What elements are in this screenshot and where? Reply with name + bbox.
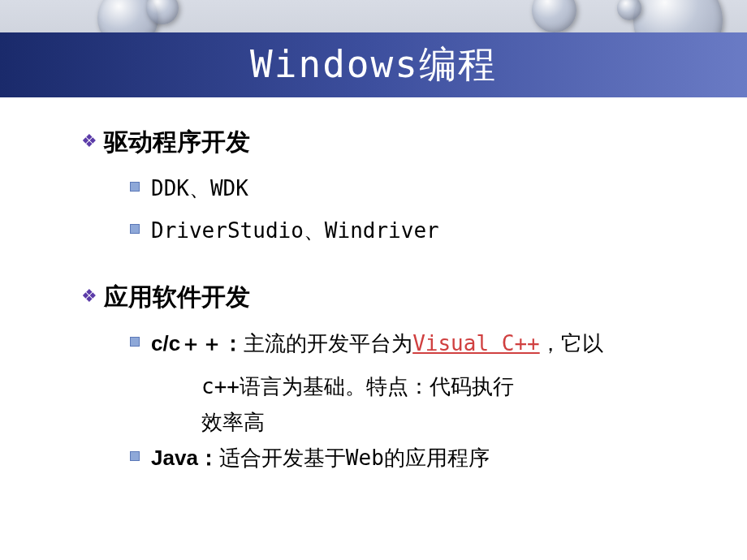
square-bullet-icon bbox=[130, 337, 140, 347]
item-text: Java：适合开发基于Web的应用程序 bbox=[151, 440, 490, 476]
diamond-bullet-icon bbox=[81, 291, 96, 305]
list-item: c/c＋＋：主流的开发平台为Visual C++，它以 bbox=[130, 325, 698, 361]
item-text: DDK、WDK bbox=[151, 170, 248, 206]
list-item: Java：适合开发基于Web的应用程序 bbox=[130, 440, 698, 476]
slide-header-background: Windows编程 bbox=[0, 0, 747, 97]
sub-list: DDK、WDK DriverStudio、Windriver bbox=[81, 170, 698, 248]
slide-content: 驱动程序开发 DDK、WDK DriverStudio、Windriver 应用… bbox=[0, 97, 747, 524]
list-item: DDK、WDK bbox=[130, 170, 698, 206]
section-app-dev: 应用软件开发 c/c＋＋：主流的开发平台为Visual C++，它以 c++语言… bbox=[81, 281, 698, 476]
square-bullet-icon bbox=[130, 451, 140, 461]
item-prefix: 适合开发基于Web的应用程序 bbox=[219, 446, 490, 470]
section-header: 应用软件开发 bbox=[81, 281, 698, 314]
item-suffix: ，它以 bbox=[540, 331, 603, 355]
visual-cpp-link[interactable]: Visual C++ bbox=[412, 331, 540, 355]
square-bullet-icon bbox=[130, 182, 140, 192]
section-title: 驱动程序开发 bbox=[104, 126, 250, 159]
item-label: Java： bbox=[151, 446, 219, 470]
item-continuation: 效率高 bbox=[130, 404, 698, 440]
diamond-bullet-icon bbox=[81, 136, 96, 150]
item-prefix: 主流的开发平台为 bbox=[244, 331, 412, 355]
square-bullet-icon bbox=[130, 224, 140, 234]
title-band: Windows编程 bbox=[0, 32, 747, 97]
list-item: DriverStudio、Windriver bbox=[130, 213, 698, 248]
item-text: DriverStudio、Windriver bbox=[151, 213, 439, 248]
item-text: c/c＋＋：主流的开发平台为Visual C++，它以 bbox=[151, 325, 603, 361]
sub-list: c/c＋＋：主流的开发平台为Visual C++，它以 c++语言为基础。特点：… bbox=[81, 325, 698, 476]
item-continuation: c++语言为基础。特点：代码执行 bbox=[130, 368, 698, 404]
section-driver-dev: 驱动程序开发 DDK、WDK DriverStudio、Windriver bbox=[81, 126, 698, 248]
section-header: 驱动程序开发 bbox=[81, 126, 698, 159]
water-droplet-decoration bbox=[532, 0, 576, 32]
item-label: c/c＋＋： bbox=[151, 331, 244, 355]
slide-title: Windows编程 bbox=[250, 40, 497, 90]
section-title: 应用软件开发 bbox=[104, 281, 250, 314]
